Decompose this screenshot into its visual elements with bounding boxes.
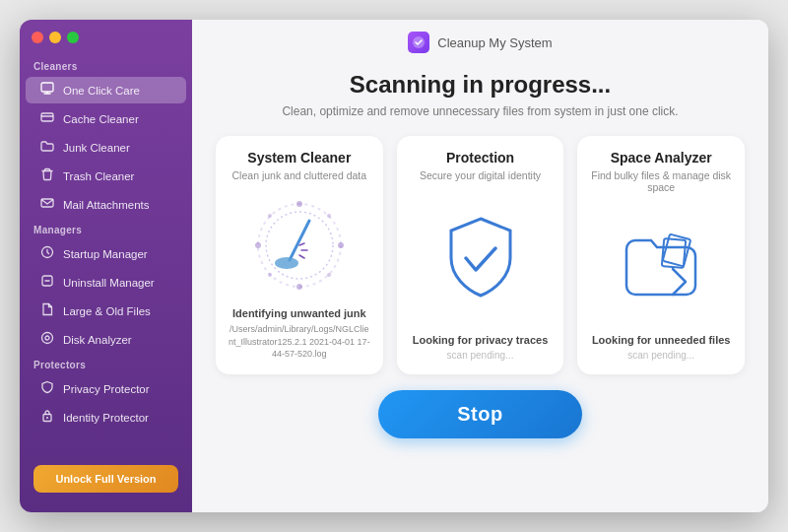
app-title: Cleanup My System — [437, 35, 552, 50]
maximize-button[interactable] — [67, 32, 79, 43]
space-analyzer-title: Space Analyzer — [611, 150, 712, 166]
managers-section-label: Managers — [20, 219, 192, 239]
svg-point-25 — [296, 284, 302, 290]
svg-point-27 — [255, 242, 261, 248]
files-icon — [39, 302, 55, 319]
svg-point-10 — [45, 336, 49, 340]
space-analyzer-illustration — [589, 203, 733, 326]
sidebar-item-large-files-label: Large & Old Files — [63, 305, 151, 317]
monitor-icon — [39, 82, 55, 99]
protection-illustration — [409, 191, 553, 326]
unlock-full-version-button[interactable]: Unlock Full Version — [33, 465, 178, 493]
protection-pending: scan pending... — [447, 350, 514, 361]
system-cleaner-card: System Cleaner Clean junk and cluttered … — [216, 136, 383, 374]
svg-rect-0 — [41, 83, 53, 92]
sidebar-bottom: Unlock Full Version — [20, 465, 192, 500]
protectors-section-label: Protectors — [20, 354, 192, 374]
minimize-button[interactable] — [49, 32, 61, 43]
sidebar-item-uninstall-manager[interactable]: Uninstall Manager — [26, 269, 186, 296]
scan-title: Scanning in progress... — [350, 71, 611, 99]
space-analyzer-card: Space Analyzer Find bulky files & manage… — [577, 136, 745, 374]
sidebar-item-cache-label: Cache Cleaner — [63, 113, 139, 125]
sidebar-item-trash-cleaner[interactable]: Trash Cleaner — [26, 163, 186, 189]
sidebar-item-junk-cleaner[interactable]: Junk Cleaner — [26, 134, 186, 161]
svg-line-20 — [299, 255, 304, 258]
space-analyzer-status: Looking for unneeded files — [592, 334, 731, 346]
space-analyzer-subtitle: Find bulky files & manage disk space — [589, 169, 733, 193]
disk-icon — [39, 331, 55, 348]
svg-point-12 — [46, 417, 48, 419]
space-analyzer-pending: scan pending... — [627, 350, 694, 361]
privacy-icon — [39, 380, 55, 397]
svg-point-21 — [296, 201, 302, 207]
sidebar-item-startup-label: Startup Manager — [63, 248, 148, 260]
system-cleaner-status: Identifying unwanted junk — [232, 307, 366, 319]
protection-subtitle: Secure your digital identity — [420, 169, 541, 181]
sidebar-item-mail-attachments[interactable]: Mail Attachments — [26, 191, 186, 218]
main-window: Cleaners One Click Care Cache Cleaner Ju… — [20, 20, 768, 512]
system-cleaner-illustration — [228, 191, 371, 299]
system-cleaner-subtitle: Clean junk and cluttered data — [232, 169, 367, 181]
sidebar-item-trash-label: Trash Cleaner — [63, 170, 134, 182]
sidebar-item-privacy-protector[interactable]: Privacy Protector — [26, 375, 186, 402]
svg-line-18 — [299, 243, 304, 245]
sidebar-item-disk-label: Disk Analyzer — [63, 334, 132, 346]
cards-row: System Cleaner Clean junk and cluttered … — [216, 136, 745, 374]
svg-point-24 — [327, 273, 331, 277]
svg-line-16 — [290, 221, 309, 260]
startup-icon — [39, 245, 55, 262]
sidebar-item-one-click-care-label: One Click Care — [63, 85, 140, 97]
mail-icon — [39, 196, 55, 213]
sidebar-item-identity-label: Identity Protector — [63, 412, 149, 424]
protection-card: Protection Secure your digital identity … — [397, 136, 564, 374]
cleaners-section-label: Cleaners — [20, 55, 192, 76]
svg-point-17 — [275, 257, 298, 269]
sidebar-item-privacy-label: Privacy Protector — [63, 383, 150, 395]
svg-point-22 — [327, 214, 331, 218]
system-cleaner-path: /Users/admin/Library/Logs/NGLClient_Illu… — [228, 323, 371, 361]
main-content: Cleanup My System Scanning in progress..… — [192, 20, 768, 512]
close-button[interactable] — [32, 32, 43, 43]
sidebar-item-startup-manager[interactable]: Startup Manager — [26, 240, 186, 267]
sidebar-item-large-old-files[interactable]: Large & Old Files — [26, 298, 186, 324]
svg-point-9 — [42, 333, 53, 344]
sidebar: Cleaners One Click Care Cache Cleaner Ju… — [20, 20, 192, 512]
system-cleaner-title: System Cleaner — [247, 150, 351, 166]
app-header: Cleanup My System — [192, 20, 768, 61]
traffic-lights — [20, 32, 192, 55]
cache-icon — [39, 110, 55, 127]
protection-title: Protection — [446, 150, 514, 166]
identity-icon — [39, 409, 55, 426]
sidebar-item-uninstall-label: Uninstall Manager — [63, 277, 155, 289]
sidebar-item-cache-cleaner[interactable]: Cache Cleaner — [26, 105, 186, 132]
scan-subtitle: Clean, optimize and remove unnecessary f… — [282, 104, 678, 118]
sidebar-item-one-click-care[interactable]: One Click Care — [26, 77, 186, 103]
sidebar-item-junk-label: Junk Cleaner — [63, 142, 130, 154]
folder-icon — [39, 139, 55, 156]
uninstall-icon — [39, 274, 55, 291]
svg-point-23 — [338, 242, 344, 248]
app-icon — [408, 32, 429, 53]
sidebar-item-mail-label: Mail Attachments — [63, 199, 150, 211]
sidebar-item-identity-protector[interactable]: Identity Protector — [26, 404, 186, 431]
protection-status: Looking for privacy traces — [413, 334, 549, 346]
stop-button[interactable]: Stop — [378, 390, 581, 438]
svg-rect-3 — [41, 113, 53, 121]
main-body: Scanning in progress... Clean, optimize … — [192, 61, 768, 512]
svg-point-28 — [268, 214, 272, 218]
trash-icon — [39, 167, 55, 184]
svg-point-26 — [268, 273, 272, 277]
sidebar-item-disk-analyzer[interactable]: Disk Analyzer — [26, 326, 186, 353]
